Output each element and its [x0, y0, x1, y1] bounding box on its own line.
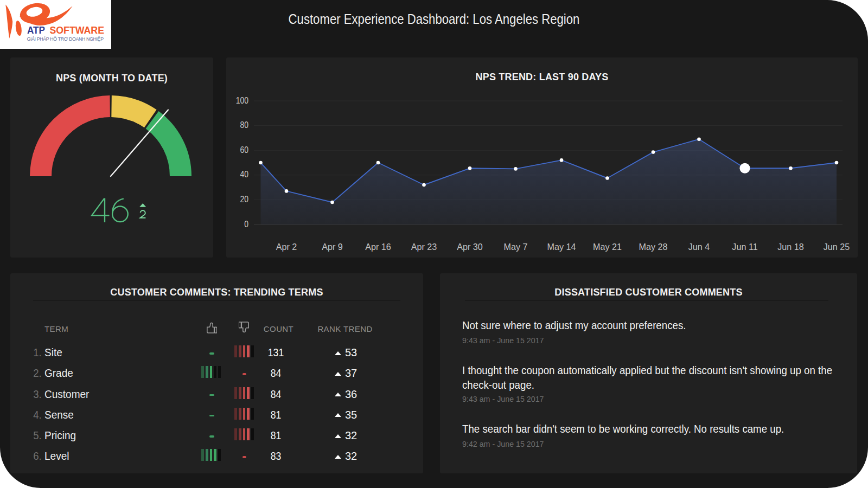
svg-text:May 28: May 28	[639, 242, 668, 252]
svg-text:Apr 2: Apr 2	[276, 242, 297, 252]
svg-text:20: 20	[240, 194, 248, 204]
svg-text:Jun 11: Jun 11	[732, 242, 757, 252]
svg-text:Jun 4: Jun 4	[688, 242, 710, 252]
svg-text:May 7: May 7	[504, 242, 528, 252]
svg-text:0: 0	[244, 219, 248, 229]
svg-text:Apr 16: Apr 16	[365, 242, 391, 252]
svg-text:Apr 23: Apr 23	[411, 242, 437, 252]
svg-text:80: 80	[240, 120, 248, 130]
svg-text:Apr 9: Apr 9	[322, 242, 343, 252]
svg-text:60: 60	[240, 145, 248, 155]
svg-text:ATP: ATP	[27, 24, 45, 36]
svg-text:Jun 25: Jun 25	[824, 242, 850, 252]
svg-text:May 14: May 14	[547, 242, 576, 252]
svg-text:SOFTWARE: SOFTWARE	[50, 24, 105, 36]
svg-text:Apr 30: Apr 30	[457, 242, 483, 252]
svg-text:GIẢI PHÁP HỖ TRỢ DOANH NGHIỆP: GIẢI PHÁP HỖ TRỢ DOANH NGHIỆP	[27, 36, 104, 42]
svg-text:Jun 18: Jun 18	[777, 242, 803, 252]
svg-text:100: 100	[236, 95, 248, 105]
svg-text:May 21: May 21	[593, 242, 622, 252]
svg-text:40: 40	[240, 169, 248, 179]
